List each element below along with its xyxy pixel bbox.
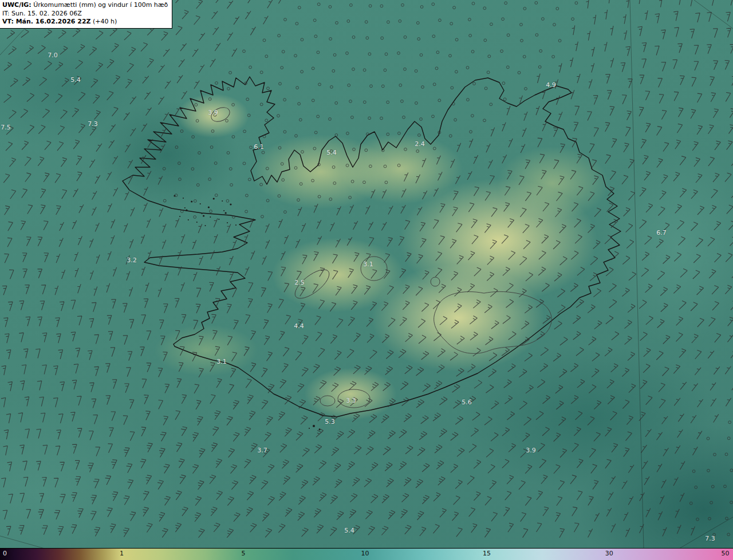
value-label: 2.4 [415,140,425,148]
value-label: 5.4 [344,527,354,534]
value-labels-layer: 7.05.47.57.33.96.15.42.44.96.73.23.12.54… [0,0,733,549]
colorbar-tick-label: 30 [605,550,613,557]
value-label: 4.9 [546,81,556,89]
colorbar-tick-label: 5 [241,550,245,557]
value-label: 7.5 [1,124,11,131]
model-description: Úrkomumætti (mm) og vindur í 100m hæð [31,1,168,9]
value-label: 3.9 [208,109,218,116]
value-label: 7.0 [48,52,58,59]
title-box: UWC/IG: Úrkomumætti (mm) og vindur í 100… [0,0,172,29]
colorbar-tick-label: 10 [361,550,369,557]
precipitation-colorbar: 01510153050 [0,548,733,560]
value-label: 5.4 [70,76,81,84]
colorbar-tick-label: 50 [722,550,730,557]
value-label: 3.1 [363,261,373,268]
value-label: 3.3 [346,397,356,404]
value-label: 3.1 [216,358,227,365]
valid-time: VT: Mán. 16.02.2026 22Z (+40 h) [2,18,168,26]
value-label: 2.5 [294,279,305,286]
colorbar-tick-label: 15 [483,550,491,557]
value-label: 4.4 [294,322,304,330]
model-id: UWC/IG: [2,1,31,9]
value-label: 7.3 [705,535,715,542]
colorbar-tick-label: 0 [3,550,7,557]
value-label: 6.7 [656,229,667,236]
title-line: UWC/IG: Úrkomumætti (mm) og vindur í 100… [2,1,168,10]
colorbar-tick-label: 1 [120,550,124,557]
weather-map: 7.05.47.57.33.96.15.42.44.96.73.23.12.54… [0,0,733,560]
value-label: 3.2 [127,257,137,264]
value-label: 7.3 [88,120,98,128]
value-label: 5.3 [325,418,335,425]
valid-time-offset: (+40 h) [91,18,117,25]
value-label: 5.4 [326,149,337,156]
valid-time-main: VT: Mán. 16.02.2026 22Z [2,18,91,25]
value-label: 5.6 [462,399,472,406]
init-time: IT: Sun. 15. 02. 2026 06Z [2,10,168,18]
value-label: 3.7 [257,447,267,454]
value-label: 6.1 [254,143,264,151]
value-label: 3.9 [526,447,536,454]
